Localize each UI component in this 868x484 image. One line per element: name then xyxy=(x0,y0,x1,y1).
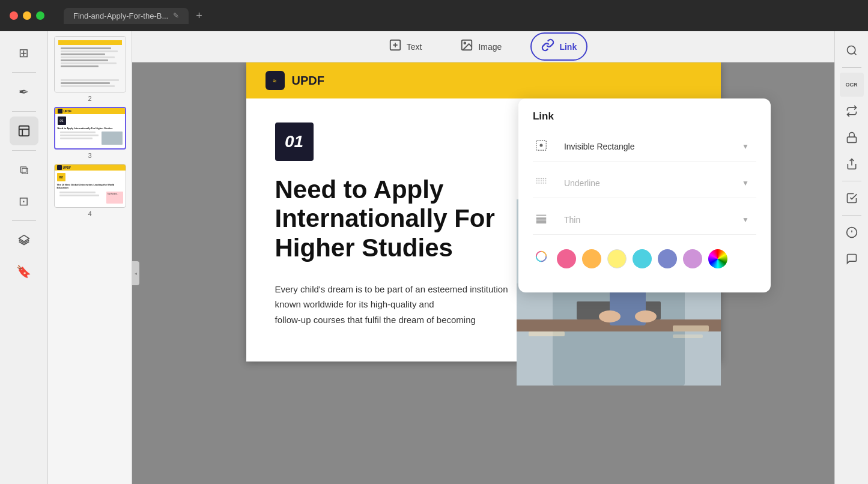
sidebar-divider-4 xyxy=(12,220,36,221)
title-bar: Find-and-Apply-For-the-B... ✎ + xyxy=(0,0,868,31)
edit-tab-icon[interactable]: ✎ xyxy=(173,11,179,20)
image-tool-button[interactable]: Image xyxy=(451,34,511,59)
updf-logo-icon: ≈ xyxy=(266,71,285,90)
left-sidebar: ⊞ ✒ ⧉ ⊡ 🔖 xyxy=(0,31,48,484)
svg-rect-34 xyxy=(847,137,856,142)
type-select-value: Invisible Rectangle xyxy=(564,142,635,151)
link-type-row: Invisible Rectangle ▼ xyxy=(533,132,756,162)
thickness-chevron-icon: ▼ xyxy=(742,216,749,224)
thumbnail-page-4[interactable]: UPDF 02 The 10 Best Global Universities … xyxy=(54,164,126,207)
annotation-toolbar: Text Image xyxy=(132,31,834,62)
link-icon xyxy=(541,38,554,55)
doc-header: ≈ UPDF xyxy=(246,62,721,98)
maximize-button[interactable] xyxy=(36,11,44,20)
form-icon[interactable] xyxy=(840,186,864,210)
thumbnail-wrapper-4: UPDF 02 The 10 Best Global Universities … xyxy=(53,164,127,217)
tab-bar: Find-and-Apply-For-the-B... ✎ + xyxy=(64,8,202,24)
sidebar-divider-2 xyxy=(12,111,36,112)
underline-select-value: Underline xyxy=(564,178,600,188)
link-tool-label: Link xyxy=(559,42,577,52)
pages-icon[interactable]: ⊞ xyxy=(10,38,38,67)
text-tool-label: Text xyxy=(407,42,422,52)
svg-point-32 xyxy=(847,46,855,54)
rectangle-type-icon xyxy=(533,139,550,155)
color-purple[interactable] xyxy=(683,249,702,268)
type-chevron-icon: ▼ xyxy=(742,142,749,151)
doc-main-title: Need to Apply Internationally For Higher… xyxy=(275,175,517,262)
link-panel-title: Link xyxy=(533,110,756,123)
tab-label: Find-and-Apply-For-the-B... xyxy=(73,11,168,20)
thumbnail-wrapper-3: UPDF 01 Need to Apply Internationally Fo… xyxy=(53,107,127,159)
svg-rect-20 xyxy=(529,331,565,336)
underline-style-icon xyxy=(533,175,550,192)
pen-icon[interactable]: ✒ xyxy=(10,77,38,106)
svg-rect-22 xyxy=(673,334,703,338)
collapse-handle[interactable]: ◂ xyxy=(132,261,139,285)
protect-icon[interactable] xyxy=(840,126,864,150)
bookmark-icon[interactable]: 🔖 xyxy=(10,257,38,286)
color-swatches xyxy=(557,249,727,268)
text-icon xyxy=(389,38,402,55)
close-button[interactable] xyxy=(10,11,18,20)
svg-line-33 xyxy=(854,53,856,55)
sidebar-divider-3 xyxy=(12,150,36,151)
thickness-select[interactable]: Thin ▼ xyxy=(557,210,756,229)
doc-body-text-1: Every child's dream is to be part of an … xyxy=(275,282,517,312)
svg-point-18 xyxy=(599,310,621,322)
color-gradient-picker[interactable] xyxy=(708,249,727,268)
link-panel: Link Invisible Rectangle ▼ xyxy=(518,98,771,292)
doc-body-text-2: follow-up courses that fulfil the dream … xyxy=(275,312,517,328)
thumbnail-wrapper-2: 2 xyxy=(53,36,127,102)
svg-rect-0 xyxy=(19,126,29,136)
new-tab-button[interactable]: + xyxy=(196,10,202,22)
thumbnail-panel: 2 UPDF 01 Need to Apply Internationally … xyxy=(48,31,132,484)
right-divider-2 xyxy=(842,181,861,181)
right-sidebar: OCR xyxy=(834,31,868,484)
text-tool-button[interactable]: Text xyxy=(379,34,432,59)
thickness-row: Thin ▼ xyxy=(533,205,756,235)
page-number-text: 01 xyxy=(285,132,303,151)
convert-icon[interactable] xyxy=(840,99,864,123)
thickness-icon xyxy=(533,212,550,228)
updf-logo-text: UPDF xyxy=(292,74,324,88)
minimize-button[interactable] xyxy=(23,11,31,20)
type-select[interactable]: Invisible Rectangle ▼ xyxy=(557,137,756,156)
document-view: ◂ ≈ UPDF 01 Need t xyxy=(132,62,834,484)
layers-icon[interactable] xyxy=(10,226,38,255)
organize-icon[interactable]: ⊡ xyxy=(10,187,38,216)
color-teal[interactable] xyxy=(633,249,652,268)
thickness-select-value: Thin xyxy=(564,215,580,225)
traffic-lights xyxy=(10,11,44,20)
color-row xyxy=(533,242,756,273)
underline-select[interactable]: Underline ▼ xyxy=(557,174,756,193)
page-label-2: 2 xyxy=(88,95,91,102)
right-divider-3 xyxy=(842,215,861,216)
image-tool-label: Image xyxy=(478,42,502,52)
share-icon[interactable] xyxy=(840,152,864,176)
color-yellow[interactable] xyxy=(607,249,627,268)
page-label-4: 4 xyxy=(88,210,91,217)
color-orange[interactable] xyxy=(582,249,601,268)
ocr-button[interactable]: OCR xyxy=(840,73,864,97)
right-divider-1 xyxy=(842,67,861,68)
copy-icon[interactable]: ⧉ xyxy=(10,156,38,184)
save-icon[interactable] xyxy=(840,220,864,244)
underline-chevron-icon: ▼ xyxy=(742,179,749,187)
edit-icon[interactable] xyxy=(10,116,38,145)
chat-icon[interactable] xyxy=(840,247,864,271)
thumbnail-page-2[interactable] xyxy=(54,36,126,92)
search-icon[interactable] xyxy=(840,38,864,62)
main-area: ⊞ ✒ ⧉ ⊡ 🔖 xyxy=(0,31,868,484)
color-pink[interactable] xyxy=(557,249,576,268)
active-tab[interactable]: Find-and-Apply-For-the-B... ✎ xyxy=(64,8,189,24)
link-tool-button[interactable]: Link xyxy=(530,32,587,61)
image-icon xyxy=(460,38,473,55)
color-blue[interactable] xyxy=(658,249,677,268)
svg-rect-21 xyxy=(673,325,709,331)
content-area: Text Image xyxy=(132,31,834,484)
thumbnail-page-3[interactable]: UPDF 01 Need to Apply Internationally Fo… xyxy=(54,107,126,150)
svg-point-24 xyxy=(540,144,542,147)
page-label-3: 3 xyxy=(88,152,91,159)
color-picker-icon xyxy=(533,250,550,266)
svg-point-19 xyxy=(635,310,657,322)
